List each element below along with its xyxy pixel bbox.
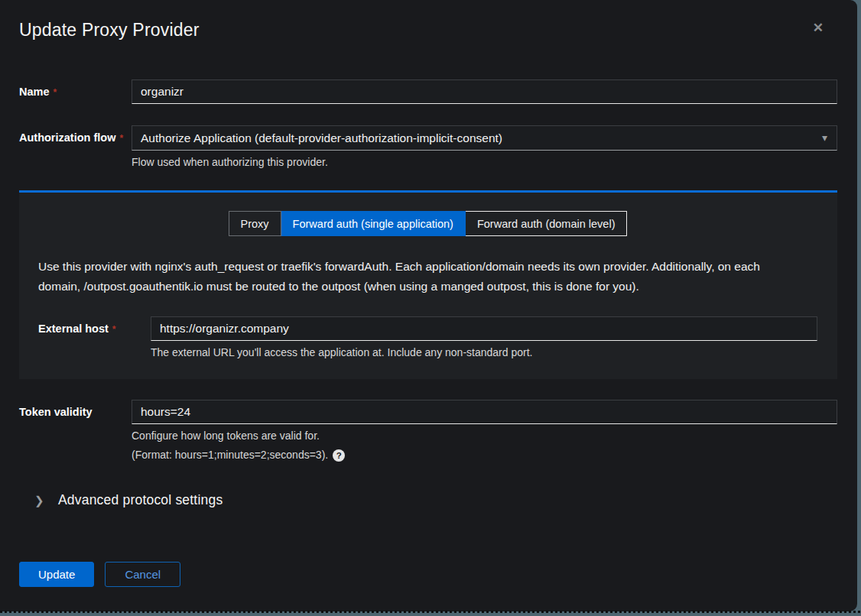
name-label-text: Name bbox=[19, 86, 50, 98]
advanced-protocol-settings-label: Advanced protocol settings bbox=[58, 492, 223, 508]
chevron-right-icon: ❯ bbox=[34, 494, 45, 507]
required-asterisk: * bbox=[112, 324, 116, 335]
close-icon[interactable]: ✕ bbox=[813, 21, 824, 34]
update-button[interactable]: Update bbox=[19, 562, 94, 587]
name-label: Name* bbox=[19, 79, 132, 98]
authorization-flow-select[interactable]: Authorize Application (default-provider-… bbox=[132, 125, 837, 151]
help-question-icon[interactable]: ? bbox=[333, 449, 345, 462]
required-asterisk: * bbox=[119, 133, 123, 144]
mode-description: Use this provider with nginx's auth_requ… bbox=[38, 257, 817, 297]
token-validity-help: Configure how long tokens are valid for. bbox=[132, 430, 837, 443]
token-validity-label: Token validity bbox=[19, 400, 132, 418]
external-host-field-wrap: The external URL you'll access the appli… bbox=[151, 316, 817, 359]
chevron-down-icon: ▾ bbox=[822, 131, 827, 144]
token-validity-format-help: (Format: hours=1;minutes=2;seconds=3). bbox=[132, 449, 328, 462]
token-validity-row: Token validity Configure how long tokens… bbox=[19, 400, 837, 462]
update-proxy-provider-modal: Update Proxy Provider ✕ Name* Authorizat… bbox=[0, 0, 857, 611]
modal-header: Update Proxy Provider ✕ bbox=[19, 18, 837, 41]
tab-proxy[interactable]: Proxy bbox=[229, 211, 281, 236]
authorization-flow-field-wrap: Authorize Application (default-provider-… bbox=[132, 125, 837, 169]
authorization-flow-label-text: Authorization flow bbox=[19, 131, 115, 144]
name-row: Name* bbox=[19, 79, 837, 104]
required-asterisk: * bbox=[54, 87, 57, 98]
authorization-flow-row: Authorization flow* Authorize Applicatio… bbox=[19, 125, 837, 169]
external-host-help: The external URL you'll access the appli… bbox=[151, 346, 817, 359]
token-validity-field[interactable] bbox=[132, 400, 837, 424]
external-host-label-text: External host bbox=[38, 323, 109, 335]
proxy-mode-card: Proxy Forward auth (single application) … bbox=[19, 190, 837, 379]
authorization-flow-selected-value: Authorize Application (default-provider-… bbox=[141, 131, 502, 145]
token-validity-format-line: (Format: hours=1;minutes=2;seconds=3). ? bbox=[132, 449, 837, 462]
tab-forward-auth-single[interactable]: Forward auth (single application) bbox=[281, 211, 466, 236]
token-validity-label-text: Token validity bbox=[19, 406, 93, 418]
external-host-label: External host* bbox=[38, 316, 151, 335]
name-field[interactable] bbox=[132, 79, 837, 104]
page-title: Update Proxy Provider bbox=[19, 18, 837, 41]
bottom-dotted-border bbox=[0, 611, 861, 613]
token-validity-field-wrap: Configure how long tokens are valid for.… bbox=[132, 400, 837, 462]
authorization-flow-help: Flow used when authorizing this provider… bbox=[132, 156, 837, 169]
tab-forward-auth-domain[interactable]: Forward auth (domain level) bbox=[466, 211, 628, 236]
modal-footer: Update Cancel bbox=[19, 562, 837, 587]
advanced-protocol-settings-toggle[interactable]: ❯ Advanced protocol settings bbox=[19, 492, 837, 508]
cancel-button[interactable]: Cancel bbox=[105, 562, 180, 587]
external-host-row: External host* The external URL you'll a… bbox=[38, 316, 817, 359]
name-field-wrap bbox=[132, 79, 837, 104]
authorization-flow-label: Authorization flow* bbox=[19, 125, 132, 144]
mode-toggle-group: Proxy Forward auth (single application) … bbox=[38, 211, 817, 236]
external-host-field[interactable] bbox=[151, 316, 817, 341]
screenshot-frame: Update Proxy Provider ✕ Name* Authorizat… bbox=[0, 0, 861, 616]
